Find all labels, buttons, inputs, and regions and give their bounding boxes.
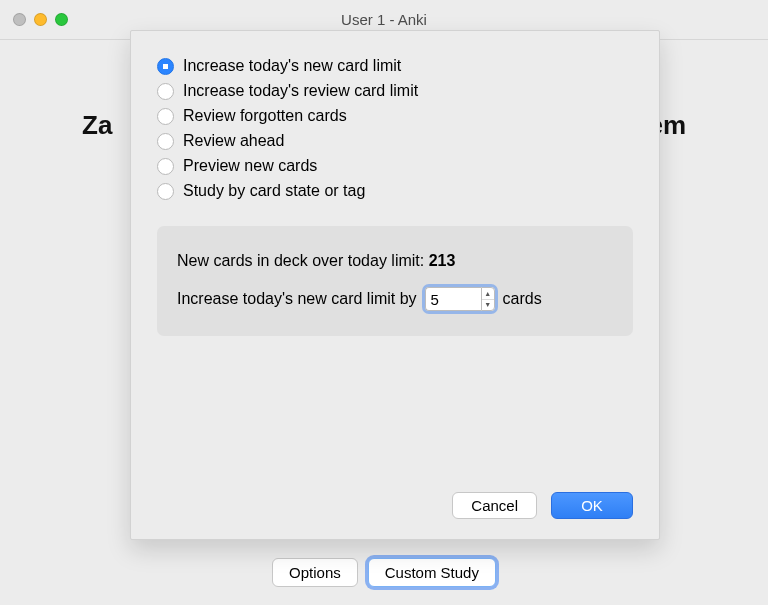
radio-option-increase-review[interactable]: Increase today's review card limit — [157, 80, 633, 102]
radio-label: Preview new cards — [183, 155, 317, 177]
selection-detail-panel: New cards in deck over today limit: 213 … — [157, 226, 633, 336]
page-title-fragment-left: Za — [82, 110, 112, 141]
window-controls — [0, 13, 68, 26]
ok-button[interactable]: OK — [551, 492, 633, 519]
increase-by-label: Increase today's new card limit by — [177, 284, 417, 314]
over-limit-count: 213 — [429, 252, 456, 269]
radio-option-review-forgotten[interactable]: Review forgotten cards — [157, 105, 633, 127]
minimize-window-icon[interactable] — [34, 13, 47, 26]
window-title: User 1 - Anki — [0, 11, 768, 28]
cancel-button[interactable]: Cancel — [452, 492, 537, 519]
study-type-radio-group: Increase today's new card limit Increase… — [157, 55, 633, 202]
maximize-window-icon[interactable] — [55, 13, 68, 26]
radio-icon — [157, 108, 174, 125]
radio-label: Increase today's new card limit — [183, 55, 401, 77]
radio-option-review-ahead[interactable]: Review ahead — [157, 130, 633, 152]
radio-label: Review forgotten cards — [183, 105, 347, 127]
radio-option-study-by-state[interactable]: Study by card state or tag — [157, 180, 633, 202]
radio-label: Increase today's review card limit — [183, 80, 418, 102]
radio-option-preview-new[interactable]: Preview new cards — [157, 155, 633, 177]
radio-label: Study by card state or tag — [183, 180, 365, 202]
radio-icon — [157, 133, 174, 150]
custom-study-dialog: Increase today's new card limit Increase… — [130, 30, 660, 540]
custom-study-button[interactable]: Custom Study — [368, 558, 496, 587]
radio-icon — [157, 183, 174, 200]
radio-label: Review ahead — [183, 130, 284, 152]
options-button[interactable]: Options — [272, 558, 358, 587]
increase-amount-spinbox[interactable]: ▲ ▼ — [425, 287, 495, 311]
spin-stepper: ▲ ▼ — [481, 287, 495, 311]
radio-icon — [157, 58, 174, 75]
spin-up-icon[interactable]: ▲ — [482, 288, 494, 300]
deck-over-limit-text: New cards in deck over today limit: 213 — [177, 246, 613, 276]
increase-by-suffix: cards — [503, 284, 542, 314]
radio-option-increase-new[interactable]: Increase today's new card limit — [157, 55, 633, 77]
close-window-icon[interactable] — [13, 13, 26, 26]
dialog-buttons: Cancel OK — [157, 492, 633, 519]
main-bottom-buttons: Options Custom Study — [0, 558, 768, 587]
spin-down-icon[interactable]: ▼ — [482, 300, 494, 311]
increase-amount-input[interactable] — [425, 287, 481, 311]
radio-icon — [157, 158, 174, 175]
radio-icon — [157, 83, 174, 100]
